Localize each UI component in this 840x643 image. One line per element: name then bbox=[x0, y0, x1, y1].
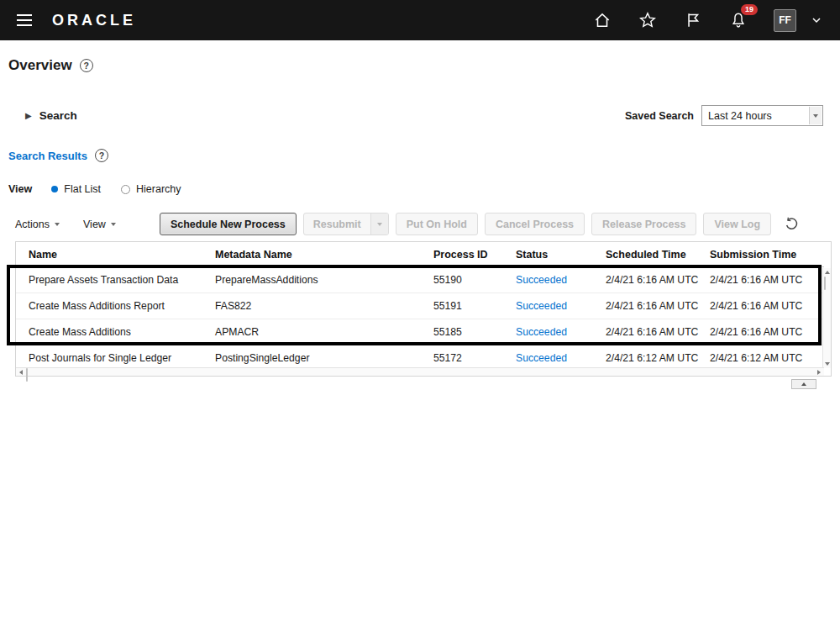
put-on-hold-button: Put On Hold bbox=[396, 213, 478, 235]
scroll-up-icon[interactable] bbox=[823, 268, 831, 277]
global-header: ORACLE 19 FF bbox=[0, 0, 840, 40]
radio-selected-icon bbox=[51, 186, 58, 192]
saved-search-value: Last 24 hours bbox=[708, 110, 772, 122]
cell-metadata-name: PrepareMassAdditions bbox=[205, 267, 423, 293]
menu-icon[interactable] bbox=[13, 11, 35, 29]
vertical-scrollbar[interactable] bbox=[822, 268, 831, 368]
cell-scheduled-time: 2/4/21 6:16 AM UTC bbox=[596, 319, 700, 345]
cell-status[interactable]: Succeeded bbox=[506, 293, 596, 319]
saved-search-dropdown-icon[interactable] bbox=[809, 107, 822, 124]
home-icon[interactable] bbox=[592, 10, 612, 30]
column-header-process-id: Process ID bbox=[423, 242, 506, 267]
actions-dropdown-icon bbox=[55, 223, 60, 226]
vertical-scroll-thumb[interactable] bbox=[824, 277, 826, 290]
cell-name: Create Mass Additions Report bbox=[16, 293, 205, 319]
cell-process-id: 55191 bbox=[423, 293, 506, 319]
saved-search-select[interactable]: Last 24 hours bbox=[701, 105, 823, 126]
process-table-body: Prepare Assets Transaction DataPrepareMa… bbox=[16, 267, 824, 372]
search-results-title: Search Results bbox=[8, 150, 87, 162]
search-section-title[interactable]: Search bbox=[39, 109, 77, 122]
column-header-metadata-name: Metadata Name bbox=[205, 242, 423, 267]
cell-scheduled-time: 2/4/21 6:16 AM UTC bbox=[596, 293, 700, 319]
column-header-submission-time: Submission Time bbox=[700, 242, 824, 267]
process-results-table: Name Metadata Name Process ID Status Sch… bbox=[15, 241, 832, 377]
resubmit-dropdown-icon bbox=[370, 213, 388, 235]
notification-count-badge: 19 bbox=[741, 4, 758, 15]
page-title: Overview bbox=[8, 57, 72, 74]
flag-icon[interactable] bbox=[683, 10, 703, 30]
favorites-star-icon[interactable] bbox=[638, 10, 658, 30]
column-header-name: Name bbox=[16, 242, 205, 267]
radio-hierarchy[interactable]: Hierarchy bbox=[121, 183, 181, 195]
radio-flat-list[interactable]: Flat List bbox=[51, 183, 101, 195]
page-help-icon[interactable]: ? bbox=[80, 59, 93, 72]
cell-metadata-name: APMACR bbox=[205, 319, 423, 345]
view-dropdown-icon bbox=[111, 223, 116, 226]
user-menu-chevron-down-icon[interactable] bbox=[806, 10, 827, 30]
scroll-down-icon[interactable] bbox=[823, 360, 831, 368]
cell-process-id: 55190 bbox=[423, 267, 506, 293]
schedule-new-process-button[interactable]: Schedule New Process bbox=[160, 213, 297, 235]
cell-submission-time: 2/4/21 6:16 AM UTC bbox=[700, 267, 824, 293]
horizontal-scrollbar[interactable] bbox=[16, 367, 824, 376]
refresh-icon[interactable] bbox=[781, 214, 801, 235]
process-row-highlighted[interactable]: Create Mass Additions ReportFAS82255191S… bbox=[16, 293, 824, 319]
view-log-button: View Log bbox=[703, 213, 771, 235]
resubmit-button: Resubmit bbox=[303, 213, 389, 235]
cancel-process-button: Cancel Process bbox=[485, 213, 585, 235]
results-toolbar: Actions View Schedule New Process Resubm… bbox=[8, 213, 832, 235]
cell-scheduled-time: 2/4/21 6:16 AM UTC bbox=[596, 267, 700, 293]
process-row-highlighted[interactable]: Prepare Assets Transaction DataPrepareMa… bbox=[16, 267, 824, 293]
view-menu[interactable]: View bbox=[83, 219, 116, 230]
notifications-bell-icon[interactable]: 19 bbox=[728, 10, 748, 30]
scroll-left-icon[interactable] bbox=[16, 368, 26, 376]
cell-metadata-name: FAS822 bbox=[205, 293, 423, 319]
collapse-up-icon bbox=[801, 382, 806, 386]
release-process-button: Release Process bbox=[591, 213, 696, 235]
search-disclosure-icon[interactable]: ▶ bbox=[25, 111, 32, 120]
cell-submission-time: 2/4/21 6:16 AM UTC bbox=[700, 319, 824, 345]
cell-name: Create Mass Additions bbox=[16, 319, 205, 345]
horizontal-scroll-thumb[interactable] bbox=[26, 368, 28, 382]
view-label: View bbox=[8, 183, 32, 195]
process-row-highlighted[interactable]: Create Mass AdditionsAPMACR55185Succeede… bbox=[16, 319, 824, 345]
cell-name: Prepare Assets Transaction Data bbox=[16, 267, 205, 293]
cell-process-id: 55185 bbox=[423, 319, 506, 345]
search-results-help-icon[interactable]: ? bbox=[95, 149, 108, 162]
cell-submission-time: 2/4/21 6:16 AM UTC bbox=[700, 293, 824, 319]
cell-status[interactable]: Succeeded bbox=[506, 319, 596, 345]
oracle-logo: ORACLE bbox=[52, 12, 136, 29]
actions-menu[interactable]: Actions bbox=[15, 219, 60, 230]
table-header-row: Name Metadata Name Process ID Status Sch… bbox=[16, 242, 824, 267]
user-avatar[interactable]: FF bbox=[774, 9, 796, 32]
saved-search-label: Saved Search bbox=[625, 110, 694, 122]
column-header-scheduled-time: Scheduled Time bbox=[596, 242, 700, 267]
overview-page: Overview ? ▶ Search Saved Search Last 24… bbox=[0, 57, 840, 389]
radio-unselected-icon bbox=[121, 185, 130, 194]
scroll-right-icon[interactable] bbox=[814, 368, 824, 376]
column-header-status: Status bbox=[506, 242, 596, 267]
cell-status[interactable]: Succeeded bbox=[506, 267, 596, 293]
collapse-panel-button[interactable] bbox=[791, 379, 816, 389]
